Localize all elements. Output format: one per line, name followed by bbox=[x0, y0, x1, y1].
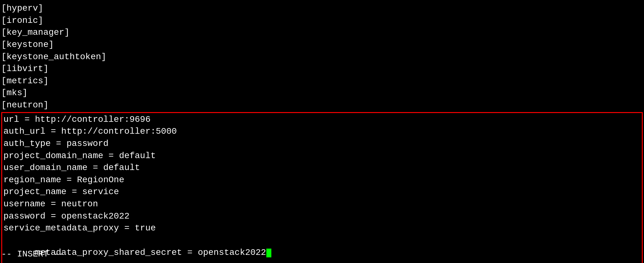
line-ironic: [ironic] bbox=[1, 15, 643, 27]
line-libvirt: [libvirt] bbox=[1, 63, 643, 75]
line-neutron: [neutron] bbox=[1, 99, 643, 111]
line-user-domain-name: user_domain_name = default bbox=[3, 162, 641, 174]
line-url: url = http://controller:9696 bbox=[3, 114, 641, 126]
line-key-manager: [key_manager] bbox=[1, 27, 643, 39]
line-password: password = openstack2022 bbox=[3, 210, 641, 223]
line-mks: [mks] bbox=[1, 87, 643, 99]
line-project-domain-name: project_domain_name = default bbox=[3, 150, 641, 162]
line-username: username = neutron bbox=[3, 198, 641, 210]
line-hyperv: [hyperv] bbox=[1, 3, 643, 15]
line-metrics: [metrics] bbox=[1, 75, 643, 87]
highlighted-config-block: url = http://controller:9696 auth_url = … bbox=[1, 112, 643, 263]
line-keystone-authtoken: [keystone_authtoken] bbox=[1, 51, 643, 63]
line-keystone: [keystone] bbox=[1, 39, 643, 51]
line-auth-url: auth_url = http://controller:5000 bbox=[3, 126, 641, 138]
line-service-metadata-proxy: service_metadata_proxy = true bbox=[3, 222, 641, 235]
line-auth-type: auth_type = password bbox=[3, 138, 641, 150]
line-region-name: region_name = RegionOne bbox=[3, 174, 641, 186]
terminal-window: [hyperv] [ironic] [key_manager] [keyston… bbox=[1, 3, 643, 260]
line-project-name: project_name = service bbox=[3, 186, 641, 198]
status-bar: -- INSERT -- bbox=[1, 248, 643, 260]
